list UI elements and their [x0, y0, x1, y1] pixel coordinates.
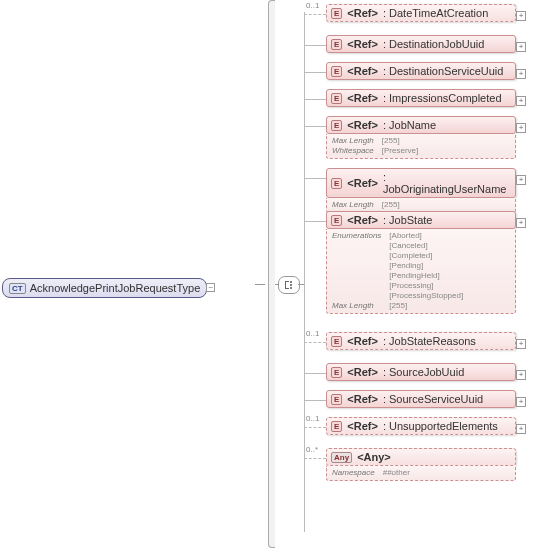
facet-value: ##other — [383, 468, 510, 477]
element-ref-node[interactable]: E<Ref> : ImpressionsCompleted+ — [326, 89, 516, 107]
element-ref-node[interactable]: E<Ref> : DestinationServiceUuid+ — [326, 62, 516, 80]
any-badge-icon: Any — [331, 452, 352, 463]
element-ref-node[interactable]: E<Ref> : JobOriginatingUserNameMax Lengt… — [326, 168, 516, 213]
element-badge-icon: E — [331, 394, 342, 405]
node-header: Any<Any> — [326, 448, 516, 466]
ref-label: <Ref> — [347, 38, 378, 50]
ref-label: <Ref> — [347, 335, 378, 347]
facet-value: [ProcessingStopped] — [389, 291, 510, 300]
facet-key — [332, 281, 381, 290]
collapse-icon[interactable]: – — [206, 283, 215, 292]
element-name: : DestinationJobUuid — [383, 38, 485, 50]
facet-key: Namespace — [332, 468, 375, 477]
facet-key: Whitespace — [332, 146, 374, 155]
expand-icon[interactable]: + — [516, 397, 526, 407]
element-name: : DestinationServiceUuid — [383, 65, 503, 77]
expand-icon[interactable]: + — [516, 175, 526, 185]
ref-label: <Ref> — [347, 119, 378, 131]
facet-value: [255] — [382, 200, 510, 209]
connector-line — [304, 126, 326, 127]
occurrence-label: 0..1 — [306, 329, 319, 338]
connector-line — [304, 400, 326, 401]
root-type-name: AcknowledgePrintJobRequestType — [30, 282, 201, 294]
expand-icon[interactable]: + — [516, 424, 526, 434]
node-header: E<Ref> : JobStateReasons — [326, 332, 516, 350]
expand-icon[interactable]: + — [516, 370, 526, 380]
element-ref-node[interactable]: E<Ref> : SourceServiceUuid+ — [326, 390, 516, 408]
occurrence-label: 0..1 — [306, 1, 319, 10]
facet-details: Enumerations[Aborted][Canceled][Complete… — [326, 229, 516, 314]
facet-details: Max Length[255]Whitespace[Preserve] — [326, 134, 516, 159]
facet-key: Max Length — [332, 301, 381, 310]
expand-icon[interactable]: + — [516, 42, 526, 52]
element-ref-node[interactable]: E<Ref> : DateTimeAtCreation+ — [326, 4, 516, 22]
facet-value: [Aborted] — [389, 231, 510, 240]
element-ref-node[interactable]: E<Ref> : JobStateReasons+ — [326, 332, 516, 350]
expand-icon[interactable]: + — [516, 96, 526, 106]
connector-line — [304, 45, 326, 46]
element-badge-icon: E — [331, 8, 342, 19]
element-ref-node[interactable]: E<Ref> : UnsupportedElements+ — [326, 417, 516, 435]
facet-value: [Completed] — [389, 251, 510, 260]
vertical-branch-line — [304, 12, 305, 532]
element-name: : JobState — [383, 214, 433, 226]
expand-icon[interactable]: + — [516, 11, 526, 21]
element-ref-node[interactable]: E<Ref> : SourceJobUuid+ — [326, 363, 516, 381]
ref-label: <Ref> — [347, 92, 378, 104]
ref-label: <Ref> — [347, 420, 378, 432]
element-name: : JobOriginatingUserName — [383, 171, 511, 195]
element-name: : DateTimeAtCreation — [383, 7, 488, 19]
connector-line — [304, 72, 326, 73]
expand-icon[interactable]: + — [516, 123, 526, 133]
node-header: E<Ref> : UnsupportedElements — [326, 417, 516, 435]
ref-label: <Any> — [357, 451, 391, 463]
element-badge-icon: E — [331, 336, 342, 347]
ref-label: <Ref> — [347, 366, 378, 378]
connector-line — [304, 99, 326, 100]
facet-key: Max Length — [332, 136, 374, 145]
node-header: E<Ref> : JobState — [326, 211, 516, 229]
connector-line — [304, 427, 326, 428]
connector-line — [304, 458, 326, 459]
node-header: E<Ref> : SourceServiceUuid — [326, 390, 516, 408]
node-header: E<Ref> : ImpressionsCompleted — [326, 89, 516, 107]
facet-value: [255] — [382, 136, 510, 145]
group-bracket — [268, 0, 275, 548]
element-ref-node[interactable]: E<Ref> : JobStateEnumerations[Aborted][C… — [326, 211, 516, 314]
facet-key — [332, 291, 381, 300]
sequence-compositor-icon — [278, 276, 300, 294]
complex-type-root: CT AcknowledgePrintJobRequestType – — [2, 278, 207, 298]
element-badge-icon: E — [331, 39, 342, 50]
element-ref-node[interactable]: E<Ref> : JobNameMax Length[255]Whitespac… — [326, 116, 516, 159]
element-badge-icon: E — [331, 367, 342, 378]
facet-value: [Pending] — [389, 261, 510, 270]
connector-line — [255, 284, 265, 286]
facet-value: [Preserve] — [382, 146, 510, 155]
node-header: E<Ref> : JobName — [326, 116, 516, 134]
facet-value: [Processing] — [389, 281, 510, 290]
expand-icon[interactable]: + — [516, 218, 526, 228]
node-header: E<Ref> : JobOriginatingUserName — [326, 168, 516, 198]
facet-key: Enumerations — [332, 231, 381, 240]
node-header: E<Ref> : DestinationServiceUuid — [326, 62, 516, 80]
element-ref-node[interactable]: E<Ref> : DestinationJobUuid+ — [326, 35, 516, 53]
node-header: E<Ref> : DestinationJobUuid — [326, 35, 516, 53]
expand-icon[interactable]: + — [516, 339, 526, 349]
element-name: : UnsupportedElements — [383, 420, 498, 432]
element-badge-icon: E — [331, 215, 342, 226]
any-element-node[interactable]: Any<Any>Namespace##other — [326, 448, 516, 481]
facet-details: Namespace##other — [326, 466, 516, 481]
ref-label: <Ref> — [347, 177, 378, 189]
occurrence-label: 0..* — [306, 445, 318, 454]
expand-icon[interactable]: + — [516, 69, 526, 79]
element-badge-icon: E — [331, 178, 342, 189]
element-name: : JobStateReasons — [383, 335, 476, 347]
connector-line — [304, 373, 326, 374]
facet-key — [332, 271, 381, 280]
facet-value: [Canceled] — [389, 241, 510, 250]
facet-key — [332, 251, 381, 260]
ref-label: <Ref> — [347, 7, 378, 19]
element-name: : SourceServiceUuid — [383, 393, 483, 405]
element-badge-icon: E — [331, 93, 342, 104]
facet-key: Max Length — [332, 200, 374, 209]
